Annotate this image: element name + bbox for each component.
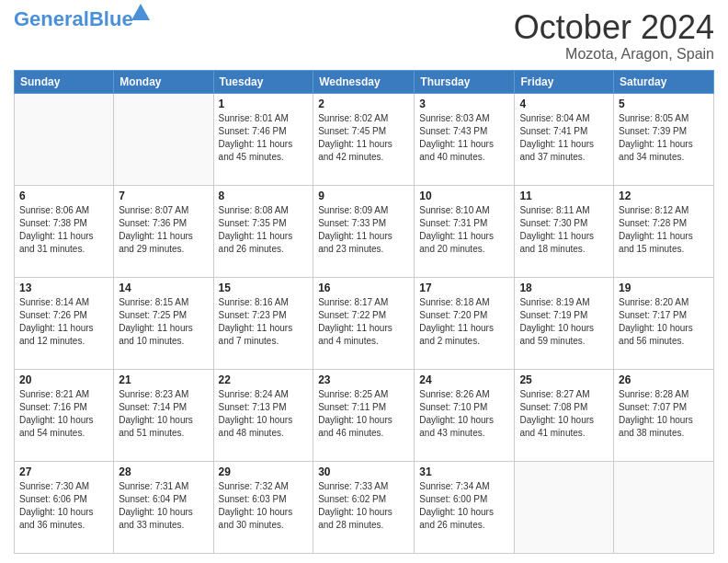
calendar-cell: 23Sunrise: 8:25 AM Sunset: 7:11 PM Dayli… — [313, 369, 415, 461]
day-number: 28 — [119, 465, 208, 478]
day-detail: Sunrise: 8:16 AM Sunset: 7:23 PM Dayligh… — [219, 296, 309, 348]
day-detail: Sunrise: 8:07 AM Sunset: 7:36 PM Dayligh… — [119, 204, 208, 256]
calendar-cell: 22Sunrise: 8:24 AM Sunset: 7:13 PM Dayli… — [213, 369, 313, 461]
col-monday: Monday — [114, 70, 213, 93]
day-number: 9 — [318, 190, 409, 202]
calendar-cell: 14Sunrise: 8:15 AM Sunset: 7:25 PM Dayli… — [114, 277, 213, 369]
day-number: 2 — [318, 98, 409, 110]
day-detail: Sunrise: 8:01 AM Sunset: 7:46 PM Dayligh… — [219, 112, 309, 164]
day-number: 3 — [419, 98, 509, 110]
calendar-cell: 7Sunrise: 8:07 AM Sunset: 7:36 PM Daylig… — [114, 185, 213, 277]
calendar-cell: 12Sunrise: 8:12 AM Sunset: 7:28 PM Dayli… — [614, 185, 714, 277]
calendar-cell: 28Sunrise: 7:31 AM Sunset: 6:04 PM Dayli… — [114, 461, 213, 553]
day-detail: Sunrise: 8:17 AM Sunset: 7:22 PM Dayligh… — [318, 296, 409, 348]
calendar-week-row: 6Sunrise: 8:06 AM Sunset: 7:38 PM Daylig… — [15, 185, 714, 277]
day-detail: Sunrise: 8:08 AM Sunset: 7:35 PM Dayligh… — [219, 204, 309, 256]
svg-marker-0 — [131, 4, 150, 20]
calendar-cell: 19Sunrise: 8:20 AM Sunset: 7:17 PM Dayli… — [614, 277, 714, 369]
day-number: 14 — [119, 282, 208, 294]
calendar-cell — [15, 93, 114, 185]
col-thursday: Thursday — [415, 70, 515, 93]
day-number: 8 — [219, 190, 309, 202]
calendar-cell: 8Sunrise: 8:08 AM Sunset: 7:35 PM Daylig… — [213, 185, 313, 277]
calendar-cell: 6Sunrise: 8:06 AM Sunset: 7:38 PM Daylig… — [15, 185, 114, 277]
day-number: 29 — [219, 465, 309, 478]
calendar-header-row: Sunday Monday Tuesday Wednesday Thursday… — [15, 70, 714, 93]
day-detail: Sunrise: 8:04 AM Sunset: 7:41 PM Dayligh… — [519, 112, 609, 164]
day-number: 23 — [318, 373, 409, 386]
calendar-cell — [515, 461, 614, 553]
calendar-cell: 5Sunrise: 8:05 AM Sunset: 7:39 PM Daylig… — [614, 93, 714, 185]
calendar-cell: 3Sunrise: 8:03 AM Sunset: 7:43 PM Daylig… — [415, 93, 515, 185]
day-detail: Sunrise: 8:27 AM Sunset: 7:08 PM Dayligh… — [519, 388, 609, 440]
col-wednesday: Wednesday — [313, 70, 415, 93]
title-block: October 2024 Mozota, Aragon, Spain — [514, 9, 714, 63]
calendar-cell: 9Sunrise: 8:09 AM Sunset: 7:33 PM Daylig… — [313, 185, 415, 277]
logo-sub: Blue — [89, 7, 133, 30]
day-number: 1 — [219, 98, 309, 110]
day-detail: Sunrise: 7:32 AM Sunset: 6:03 PM Dayligh… — [219, 480, 309, 532]
day-number: 11 — [519, 190, 609, 202]
calendar-cell: 1Sunrise: 8:01 AM Sunset: 7:46 PM Daylig… — [213, 93, 313, 185]
day-detail: Sunrise: 8:28 AM Sunset: 7:07 PM Dayligh… — [619, 388, 709, 440]
day-number: 20 — [19, 373, 108, 386]
day-detail: Sunrise: 8:24 AM Sunset: 7:13 PM Dayligh… — [219, 388, 309, 440]
calendar-cell: 10Sunrise: 8:10 AM Sunset: 7:31 PM Dayli… — [415, 185, 515, 277]
day-detail: Sunrise: 8:02 AM Sunset: 7:45 PM Dayligh… — [318, 112, 409, 164]
calendar-cell: 20Sunrise: 8:21 AM Sunset: 7:16 PM Dayli… — [15, 369, 114, 461]
calendar-cell — [114, 93, 213, 185]
calendar-cell: 11Sunrise: 8:11 AM Sunset: 7:30 PM Dayli… — [515, 185, 614, 277]
day-detail: Sunrise: 8:15 AM Sunset: 7:25 PM Dayligh… — [119, 296, 208, 348]
day-detail: Sunrise: 8:23 AM Sunset: 7:14 PM Dayligh… — [119, 388, 208, 440]
header: GeneralBlue October 2024 Mozota, Aragon,… — [14, 9, 714, 63]
day-detail: Sunrise: 8:11 AM Sunset: 7:30 PM Dayligh… — [519, 204, 609, 256]
day-detail: Sunrise: 8:06 AM Sunset: 7:38 PM Dayligh… — [19, 204, 108, 256]
page-title: October 2024 — [514, 9, 714, 46]
day-number: 31 — [419, 465, 509, 478]
page: GeneralBlue October 2024 Mozota, Aragon,… — [0, 0, 728, 563]
day-number: 22 — [219, 373, 309, 386]
day-number: 16 — [318, 282, 409, 294]
day-detail: Sunrise: 8:05 AM Sunset: 7:39 PM Dayligh… — [619, 112, 709, 164]
day-detail: Sunrise: 8:18 AM Sunset: 7:20 PM Dayligh… — [419, 296, 509, 348]
day-detail: Sunrise: 7:34 AM Sunset: 6:00 PM Dayligh… — [419, 480, 509, 532]
col-sunday: Sunday — [15, 70, 114, 93]
day-number: 21 — [119, 373, 208, 386]
calendar-table: Sunday Monday Tuesday Wednesday Thursday… — [14, 70, 714, 554]
calendar-cell: 31Sunrise: 7:34 AM Sunset: 6:00 PM Dayli… — [415, 461, 515, 553]
day-detail: Sunrise: 8:14 AM Sunset: 7:26 PM Dayligh… — [19, 296, 108, 348]
calendar-cell: 2Sunrise: 8:02 AM Sunset: 7:45 PM Daylig… — [313, 93, 415, 185]
day-number: 17 — [419, 282, 509, 294]
calendar-cell: 30Sunrise: 7:33 AM Sunset: 6:02 PM Dayli… — [313, 461, 415, 553]
calendar-cell: 18Sunrise: 8:19 AM Sunset: 7:19 PM Dayli… — [515, 277, 614, 369]
calendar-cell: 27Sunrise: 7:30 AM Sunset: 6:06 PM Dayli… — [15, 461, 114, 553]
calendar-cell: 21Sunrise: 8:23 AM Sunset: 7:14 PM Dayli… — [114, 369, 213, 461]
day-number: 30 — [318, 465, 409, 478]
calendar-cell: 16Sunrise: 8:17 AM Sunset: 7:22 PM Dayli… — [313, 277, 415, 369]
calendar-week-row: 1Sunrise: 8:01 AM Sunset: 7:46 PM Daylig… — [15, 93, 714, 185]
day-detail: Sunrise: 8:25 AM Sunset: 7:11 PM Dayligh… — [318, 388, 409, 440]
day-detail: Sunrise: 8:19 AM Sunset: 7:19 PM Dayligh… — [519, 296, 609, 348]
day-number: 4 — [519, 98, 609, 110]
calendar-cell: 4Sunrise: 8:04 AM Sunset: 7:41 PM Daylig… — [515, 93, 614, 185]
day-detail: Sunrise: 8:26 AM Sunset: 7:10 PM Dayligh… — [419, 388, 509, 440]
day-number: 6 — [19, 190, 108, 202]
day-detail: Sunrise: 8:20 AM Sunset: 7:17 PM Dayligh… — [619, 296, 709, 348]
day-detail: Sunrise: 8:09 AM Sunset: 7:33 PM Dayligh… — [318, 204, 409, 256]
day-detail: Sunrise: 8:21 AM Sunset: 7:16 PM Dayligh… — [19, 388, 108, 440]
day-number: 15 — [219, 282, 309, 294]
col-friday: Friday — [515, 70, 614, 93]
day-detail: Sunrise: 8:12 AM Sunset: 7:28 PM Dayligh… — [619, 204, 709, 256]
day-number: 19 — [619, 282, 709, 294]
day-number: 12 — [619, 190, 709, 202]
calendar-week-row: 27Sunrise: 7:30 AM Sunset: 6:06 PM Dayli… — [15, 461, 714, 553]
page-subtitle: Mozota, Aragon, Spain — [514, 46, 714, 63]
calendar-cell — [614, 461, 714, 553]
calendar-cell: 26Sunrise: 8:28 AM Sunset: 7:07 PM Dayli… — [614, 369, 714, 461]
day-detail: Sunrise: 7:33 AM Sunset: 6:02 PM Dayligh… — [318, 480, 409, 532]
day-number: 25 — [519, 373, 609, 386]
day-detail: Sunrise: 8:10 AM Sunset: 7:31 PM Dayligh… — [419, 204, 509, 256]
day-number: 10 — [419, 190, 509, 202]
logo-icon — [131, 4, 150, 22]
day-number: 27 — [19, 465, 108, 478]
